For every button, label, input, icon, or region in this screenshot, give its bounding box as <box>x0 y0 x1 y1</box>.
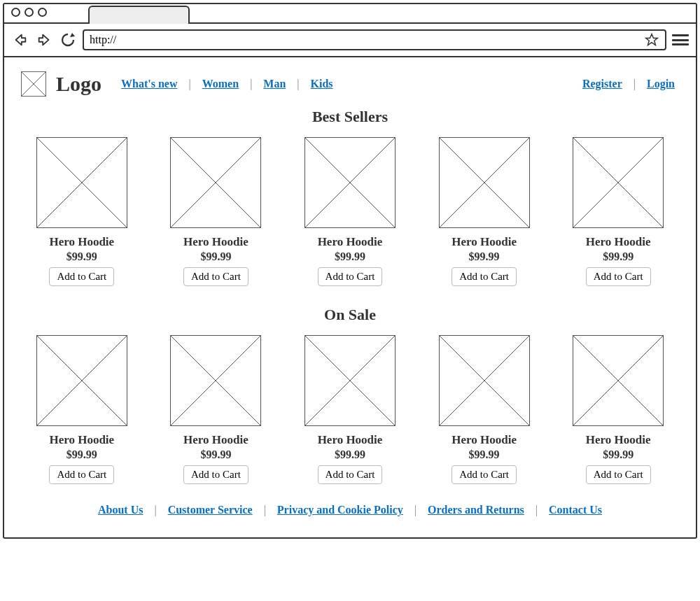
close-window-icon[interactable] <box>11 8 20 17</box>
best-sellers-grid: Hero Hoodie$99.99Add to CartHero Hoodie$… <box>21 137 679 286</box>
product-card: Hero Hoodie$99.99Add to Cart <box>21 335 143 484</box>
main-nav: What's new | Women | Man | Kids <box>117 78 337 90</box>
page-content: Logo What's new | Women | Man | Kids Reg… <box>4 57 696 537</box>
product-name: Hero Hoodie <box>183 235 248 249</box>
nav-separator: | <box>186 78 193 90</box>
footer-privacy[interactable]: Privacy and Cookie Policy <box>273 504 407 516</box>
product-image-placeholder[interactable] <box>170 137 261 228</box>
nav-separator: | <box>294 78 302 90</box>
add-to-cart-button[interactable]: Add to Cart <box>183 465 248 484</box>
add-to-cart-button[interactable]: Add to Cart <box>318 465 383 484</box>
reload-button[interactable] <box>59 31 77 48</box>
nav-kids[interactable]: Kids <box>307 78 337 90</box>
browser-tab[interactable] <box>88 6 190 24</box>
add-to-cart-button[interactable]: Add to Cart <box>318 267 383 286</box>
product-image-placeholder[interactable] <box>36 137 127 228</box>
product-name: Hero Hoodie <box>586 433 651 447</box>
svg-marker-0 <box>70 33 75 37</box>
forward-button[interactable] <box>35 31 53 48</box>
maximize-window-icon[interactable] <box>38 8 47 17</box>
product-image-placeholder[interactable] <box>304 137 396 228</box>
footer-customer-service[interactable]: Customer Service <box>164 504 257 516</box>
nav-man[interactable]: Man <box>259 78 290 90</box>
nav-whats-new[interactable]: What's new <box>117 78 181 90</box>
product-price: $99.99 <box>335 250 365 263</box>
auth-nav: Register | Login <box>578 78 679 90</box>
product-name: Hero Hoodie <box>183 433 248 447</box>
product-price: $99.99 <box>469 448 500 461</box>
window-controls <box>11 8 47 17</box>
product-name: Hero Hoodie <box>451 433 517 447</box>
product-image-placeholder[interactable] <box>304 335 396 426</box>
add-to-cart-button[interactable]: Add to Cart <box>586 465 651 484</box>
product-card: Hero Hoodie$99.99Add to Cart <box>289 137 411 286</box>
product-price: $99.99 <box>200 250 231 263</box>
add-to-cart-button[interactable]: Add to Cart <box>183 267 248 286</box>
on-sale-grid: Hero Hoodie$99.99Add to CartHero Hoodie$… <box>21 335 679 484</box>
product-price: $99.99 <box>66 250 97 263</box>
product-price: $99.99 <box>603 250 634 263</box>
login-link[interactable]: Login <box>643 78 679 90</box>
footer-about-us[interactable]: About Us <box>94 504 147 516</box>
footer-separator: | <box>261 504 269 516</box>
product-price: $99.99 <box>603 448 634 461</box>
nav-separator: | <box>247 78 255 90</box>
add-to-cart-button[interactable]: Add to Cart <box>49 465 114 484</box>
add-to-cart-button[interactable]: Add to Cart <box>451 267 517 286</box>
product-image-placeholder[interactable] <box>573 137 664 228</box>
menu-icon[interactable] <box>672 33 689 47</box>
footer-separator: | <box>412 504 419 516</box>
svg-marker-1 <box>646 34 658 45</box>
nav-women[interactable]: Women <box>198 78 243 90</box>
product-card: Hero Hoodie$99.99Add to Cart <box>155 137 277 286</box>
product-name: Hero Hoodie <box>49 235 114 249</box>
on-sale-heading: On Sale <box>21 306 679 324</box>
product-name: Hero Hoodie <box>451 235 517 249</box>
footer-orders-returns[interactable]: Orders and Returns <box>424 504 528 516</box>
address-bar[interactable] <box>83 29 666 50</box>
titlebar <box>4 4 696 24</box>
footer-contact-us[interactable]: Contact Us <box>545 504 606 516</box>
footer-nav: About Us | Customer Service | Privacy an… <box>21 504 679 516</box>
product-card: Hero Hoodie$99.99Add to Cart <box>289 335 411 484</box>
product-card: Hero Hoodie$99.99Add to Cart <box>557 137 679 286</box>
product-card: Hero Hoodie$99.99Add to Cart <box>424 335 545 484</box>
product-image-placeholder[interactable] <box>439 335 530 426</box>
add-to-cart-button[interactable]: Add to Cart <box>586 267 651 286</box>
product-card: Hero Hoodie$99.99Add to Cart <box>557 335 679 484</box>
footer-separator: | <box>533 504 540 516</box>
product-name: Hero Hoodie <box>49 433 114 447</box>
best-sellers-heading: Best Sellers <box>21 108 679 126</box>
add-to-cart-button[interactable]: Add to Cart <box>451 465 517 484</box>
product-price: $99.99 <box>469 250 500 263</box>
product-card: Hero Hoodie$99.99Add to Cart <box>155 335 277 484</box>
address-input[interactable] <box>90 34 644 46</box>
product-image-placeholder[interactable] <box>439 137 530 228</box>
product-name: Hero Hoodie <box>586 235 651 249</box>
product-price: $99.99 <box>200 448 231 461</box>
footer-separator: | <box>151 504 159 516</box>
browser-toolbar <box>4 24 696 57</box>
product-card: Hero Hoodie$99.99Add to Cart <box>424 137 545 286</box>
product-name: Hero Hoodie <box>318 433 383 447</box>
bookmark-star-icon[interactable] <box>644 32 659 48</box>
product-image-placeholder[interactable] <box>170 335 261 426</box>
product-image-placeholder[interactable] <box>36 335 127 426</box>
add-to-cart-button[interactable]: Add to Cart <box>49 267 114 286</box>
register-link[interactable]: Register <box>578 78 626 90</box>
product-price: $99.99 <box>66 448 97 461</box>
product-price: $99.99 <box>335 448 365 461</box>
back-button[interactable] <box>11 31 29 48</box>
nav-separator: | <box>631 78 638 90</box>
logo-text: Logo <box>56 72 102 96</box>
product-card: Hero Hoodie$99.99Add to Cart <box>21 137 143 286</box>
logo-image-placeholder <box>21 71 46 97</box>
browser-window: Logo What's new | Women | Man | Kids Reg… <box>3 3 697 539</box>
product-image-placeholder[interactable] <box>573 335 664 426</box>
product-name: Hero Hoodie <box>318 235 383 249</box>
minimize-window-icon[interactable] <box>24 8 34 17</box>
site-header: Logo What's new | Women | Man | Kids Reg… <box>21 71 679 97</box>
